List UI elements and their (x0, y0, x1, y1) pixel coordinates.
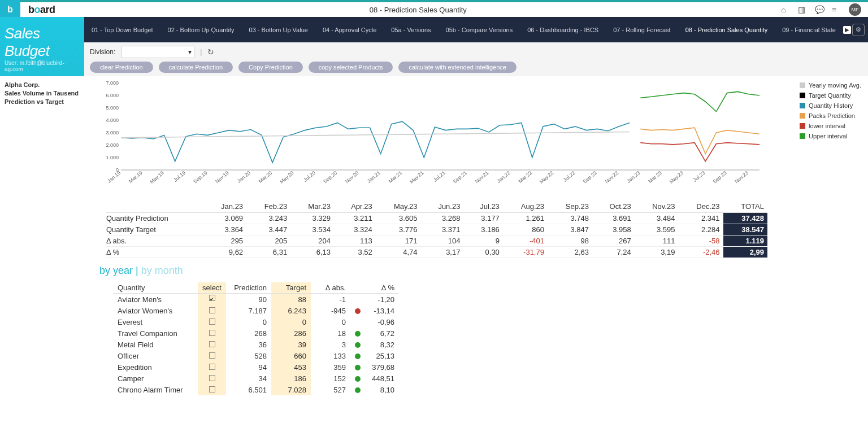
calculate-prediction-button[interactable]: calculate Prediction (159, 62, 233, 73)
svg-text:Jul.20: Jul.20 (302, 170, 316, 183)
avatar[interactable]: MF (849, 3, 861, 16)
svg-text:3.000: 3.000 (106, 130, 119, 136)
svg-text:Jan.21: Jan.21 (366, 170, 381, 184)
svg-text:1.000: 1.000 (106, 155, 119, 160)
select-checkbox[interactable] (209, 352, 215, 359)
svg-text:Jul.19: Jul.19 (172, 170, 186, 183)
svg-text:Nov.22: Nov.22 (604, 170, 620, 185)
svg-text:Nov.23: Nov.23 (734, 170, 749, 185)
svg-text:Sep.23: Sep.23 (712, 170, 728, 185)
svg-text:Jan.22: Jan.22 (496, 170, 511, 184)
tab-0[interactable]: 01 - Top Down Budget (84, 17, 160, 42)
calc-extended-button[interactable]: calculate with extended intelligence (398, 62, 516, 73)
chart-legend: Yearly moving Avg. Target Quantity Quant… (800, 82, 861, 143)
monthly-table: Jan.23Feb.23Mar.23Apr.23May.23Jun.23Jul.… (106, 201, 868, 258)
line-chart: 01.0002.0003.0004.0005.0006.0007.000Jan.… (104, 81, 760, 188)
svg-text:May.23: May.23 (669, 170, 685, 185)
tab-8[interactable]: 08 - Prediction Sales Quantity (678, 17, 775, 42)
chart-area: Yearly moving Avg. Target Quantity Quant… (104, 81, 861, 190)
select-checkbox[interactable] (209, 318, 215, 325)
svg-text:6.000: 6.000 (106, 93, 119, 98)
svg-text:May.19: May.19 (149, 170, 165, 185)
tab-9[interactable]: 09 - Financial State (775, 17, 843, 42)
svg-text:May.21: May.21 (409, 170, 425, 185)
svg-text:2.000: 2.000 (106, 142, 119, 148)
svg-text:Jan.19: Jan.19 (106, 170, 121, 184)
sub-toolbar: Division: ▾ | ↻ clear Prediction calcula… (84, 42, 868, 76)
table-row[interactable]: Everest 0 0 0 -0,96 (113, 316, 399, 328)
user-line: User: m.feith@bluebird-ag.com (5, 60, 80, 75)
table-row[interactable]: Camper 34 186 152 448,51 (113, 373, 399, 384)
tab-bar: 01 - Top Down Budget02 - Bottom Up Quant… (84, 17, 868, 42)
tab-5[interactable]: 05b - Compare Versions (439, 17, 520, 42)
table-row[interactable]: Expedition 94 453 359 379,68 (113, 361, 399, 373)
table-row[interactable]: Travel Companion 268 286 18 6,72 (113, 328, 399, 339)
svg-text:Nov.20: Nov.20 (344, 170, 360, 185)
table-row[interactable]: Aviator Men's 90 88 -1 -1,20 (113, 294, 399, 306)
view-by-year[interactable]: by year (99, 265, 133, 276)
svg-text:Sep.21: Sep.21 (452, 170, 468, 185)
copy-selected-products-button[interactable]: copy selected Products (309, 62, 393, 73)
view-by-month[interactable]: by month (141, 265, 183, 276)
legend-packs: Packs Prediction (809, 112, 855, 119)
svg-text:Mar.23: Mar.23 (647, 170, 663, 184)
menu-icon[interactable]: ≡ (832, 5, 841, 14)
select-checkbox[interactable] (209, 364, 215, 370)
select-checkbox[interactable] (209, 330, 215, 336)
svg-text:May.20: May.20 (279, 170, 295, 185)
svg-text:Mar.20: Mar.20 (258, 170, 274, 184)
table-row[interactable]: Chrono Alarm Timer 6.501 7.028 527 8,10 (113, 384, 399, 395)
svg-text:Mar.19: Mar.19 (128, 170, 144, 184)
chart-info: Alpha Corp. Sales Volume in Tausend Pred… (5, 81, 104, 190)
tab-1[interactable]: 02 - Bottom Up Quantity (160, 17, 242, 42)
svg-text:May.22: May.22 (539, 170, 555, 185)
tab-4[interactable]: 05a - Versions (384, 17, 438, 42)
product-table: QuantityselectPredictionTargetΔ abs.Δ % … (113, 282, 868, 396)
select-checkbox[interactable] (209, 295, 215, 301)
table-row[interactable]: Metal Field 36 39 3 8,32 (113, 339, 399, 350)
table-row[interactable]: Aviator Women's 7.187 6.243 -945 -13,14 (113, 305, 399, 316)
tab-7[interactable]: 07 - Rolling Forecast (606, 17, 678, 42)
table-row[interactable]: Officer 528 660 133 25,13 (113, 350, 399, 361)
chart-company: Alpha Corp. (5, 81, 104, 89)
select-checkbox[interactable] (209, 386, 215, 392)
refresh-icon[interactable]: ↻ (207, 47, 214, 56)
chat-icon[interactable]: 💬 (815, 5, 824, 14)
svg-text:5.000: 5.000 (106, 105, 119, 111)
clear-prediction-button[interactable]: clear Prediction (90, 62, 153, 73)
page-title: 08 - Prediction Sales Quantity (55, 6, 781, 14)
home-icon[interactable]: ⌂ (781, 5, 790, 14)
svg-text:Sep.20: Sep.20 (322, 170, 338, 185)
tab-scroll-right[interactable]: ▶ (843, 26, 851, 34)
select-checkbox[interactable] (209, 307, 215, 313)
legend-lower: lower interval (809, 123, 845, 129)
settings-icon[interactable]: ⚙ (852, 24, 865, 36)
svg-text:Jul.23: Jul.23 (692, 170, 706, 183)
svg-text:Jul.22: Jul.22 (562, 170, 576, 183)
svg-text:Jul.21: Jul.21 (432, 170, 446, 183)
svg-text:Mar.21: Mar.21 (388, 170, 403, 184)
app-logo: board (28, 4, 55, 16)
svg-text:4.000: 4.000 (106, 117, 119, 123)
division-select[interactable]: ▾ (121, 46, 194, 58)
tab-3[interactable]: 04 - Approval Cycle (315, 17, 384, 42)
layout-icon[interactable]: ▥ (798, 5, 807, 14)
chart-measure: Sales Volume in Tausend (5, 89, 104, 98)
sidebar: Sales Budget User: m.feith@bluebird-ag.c… (0, 17, 84, 76)
app-top-bar: b board 08 - Prediction Sales Quantity ⌂… (0, 0, 868, 17)
legend-history: Quantity History (809, 102, 853, 109)
svg-text:Nov.19: Nov.19 (214, 170, 230, 185)
tab-6[interactable]: 06 - Dashboarding - IBCS (520, 17, 606, 42)
copy-prediction-button[interactable]: Copy Prediction (238, 62, 303, 73)
tab-2[interactable]: 03 - Bottom Up Value (242, 17, 315, 42)
view-switch: by year | by month (99, 265, 868, 277)
select-checkbox[interactable] (209, 341, 215, 347)
svg-text:Mar.22: Mar.22 (518, 170, 533, 184)
svg-text:Nov.21: Nov.21 (474, 170, 490, 185)
select-checkbox[interactable] (209, 375, 215, 381)
capsule-title: Sales Budget (5, 25, 80, 60)
chart-subtitle: Prediction vs Target (5, 98, 104, 106)
svg-text:7.000: 7.000 (106, 81, 119, 86)
svg-text:Sep.22: Sep.22 (582, 170, 598, 185)
svg-text:Jan.23: Jan.23 (626, 170, 641, 184)
